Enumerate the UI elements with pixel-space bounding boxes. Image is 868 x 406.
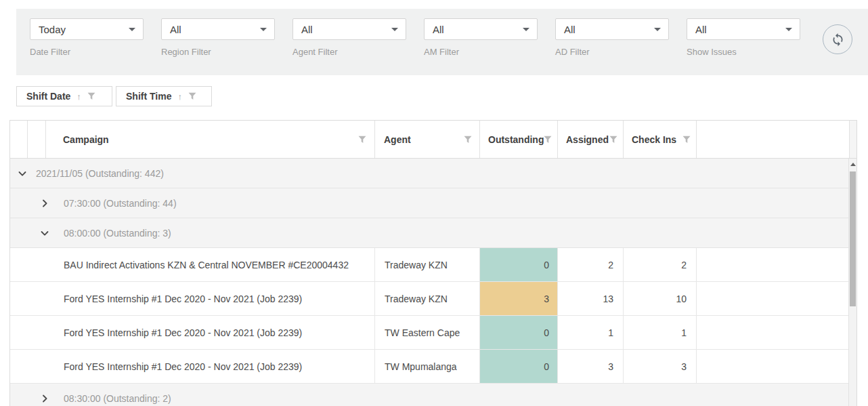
campaign-cell: BAU Indirect Activations KZN & Central N…	[10, 248, 375, 281]
filter-item: All Show Issues	[687, 18, 800, 57]
check-ins-cell: 2	[624, 248, 697, 281]
scrollbar-thumb[interactable]	[850, 171, 856, 306]
empty-cell	[697, 248, 848, 281]
scroll-up-icon[interactable]	[850, 163, 856, 166]
agent-cell: Tradeway KZN	[375, 282, 480, 315]
check-ins-cell: 10	[624, 282, 697, 315]
table-row: BAU Indirect Activations KZN & Central N…	[10, 248, 848, 282]
column-header-check-ins[interactable]: Check Ins	[624, 121, 697, 158]
group-row: 08:30:00 (Outstanding: 2)	[10, 384, 848, 406]
group-expand-column-header	[28, 121, 46, 158]
group-expand-column-header	[10, 121, 28, 158]
filter-item: All AD Filter	[555, 18, 669, 57]
group-label: 2021/11/05 (Outstanding: 442)	[36, 168, 164, 179]
assigned-cell: 2	[558, 248, 624, 281]
column-header-outstanding[interactable]: Outstanding	[480, 121, 558, 158]
table-row: Ford YES Internship #1 Dec 2020 - Nov 20…	[10, 282, 848, 316]
empty-cell	[697, 316, 848, 349]
filter-funnel-icon[interactable]	[682, 136, 691, 144]
outstanding-cell: 3	[480, 282, 558, 315]
filter-funnel-icon[interactable]	[464, 136, 472, 144]
chevron-down-icon	[260, 28, 267, 31]
chevron-down-icon	[785, 28, 792, 31]
filter-item: All Region Filter	[161, 18, 275, 57]
ad-filter-dropdown[interactable]: All	[555, 18, 669, 40]
agent-cell: TW Mpumalanga	[375, 350, 480, 383]
group-chip-shift-date[interactable]: Shift Date ↑	[16, 86, 112, 106]
group-label: 08:00:00 (Outstanding: 3)	[64, 228, 171, 239]
expand-group-icon[interactable]	[39, 198, 50, 209]
filter-label: Region Filter	[161, 47, 275, 57]
empty-cell	[697, 282, 848, 315]
chevron-down-icon	[523, 28, 529, 31]
column-header-campaign[interactable]: Campaign	[46, 121, 375, 158]
group-row: 2021/11/05 (Outstanding: 442)	[10, 159, 848, 188]
check-ins-cell: 1	[624, 316, 697, 349]
date-filter-dropdown[interactable]: Today	[30, 18, 144, 40]
filter-label: AM Filter	[424, 47, 538, 57]
sort-ascending-icon[interactable]: ↑	[77, 92, 81, 102]
scrollbar-gutter	[849, 121, 856, 158]
filter-funnel-icon[interactable]	[358, 136, 366, 144]
filter-item: All AM Filter	[424, 18, 538, 57]
chevron-down-icon	[654, 28, 661, 31]
campaign-cell: Ford YES Internship #1 Dec 2020 - Nov 20…	[10, 282, 375, 315]
grid-body: 2021/11/05 (Outstanding: 442) 07:30:00 (…	[10, 159, 848, 406]
filter-funnel-icon[interactable]	[87, 92, 95, 100]
vertical-scrollbar[interactable]	[848, 159, 856, 406]
collapse-group-icon[interactable]	[39, 228, 50, 239]
filter-item: All Agent Filter	[292, 18, 406, 57]
expand-group-icon[interactable]	[39, 393, 50, 404]
grid-header: Campaign Agent Outstanding Assigned Chec…	[10, 121, 856, 159]
agent-cell: Tradeway KZN	[375, 248, 480, 281]
sync-icon	[831, 33, 845, 47]
filter-label: Show Issues	[687, 47, 800, 57]
group-label: 07:30:00 (Outstanding: 44)	[64, 198, 177, 209]
group-chip-shift-time[interactable]: Shift Time ↑	[116, 86, 212, 106]
empty-cell	[697, 350, 848, 383]
agent-filter-dropdown[interactable]: All	[292, 18, 406, 40]
data-grid: Campaign Agent Outstanding Assigned Chec…	[9, 120, 857, 406]
filter-label: Agent Filter	[292, 47, 406, 57]
refresh-button[interactable]	[823, 24, 852, 54]
table-row: Ford YES Internship #1 Dec 2020 - Nov 20…	[10, 350, 848, 384]
empty-column-header	[697, 121, 849, 158]
group-row: 07:30:00 (Outstanding: 44)	[10, 188, 848, 218]
column-header-agent[interactable]: Agent	[375, 121, 480, 158]
sort-ascending-icon[interactable]: ↑	[177, 92, 182, 102]
filter-item: Today Date Filter	[30, 18, 144, 57]
region-filter-dropdown[interactable]: All	[161, 18, 275, 40]
filter-bar: Today Date Filter All Region Filter All …	[16, 9, 868, 75]
assigned-cell: 3	[558, 350, 624, 383]
group-label: 08:30:00 (Outstanding: 2)	[64, 393, 171, 404]
table-row: Ford YES Internship #1 Dec 2020 - Nov 20…	[10, 316, 848, 350]
am-filter-dropdown[interactable]: All	[424, 18, 538, 40]
collapse-group-icon[interactable]	[17, 168, 28, 179]
filter-label: Date Filter	[30, 47, 144, 57]
filter-funnel-icon[interactable]	[609, 136, 617, 144]
group-by-bar: Shift Date ↑ Shift Time ↑	[16, 86, 212, 106]
campaign-cell: Ford YES Internship #1 Dec 2020 - Nov 20…	[10, 350, 375, 383]
filter-label: AD Filter	[555, 47, 669, 57]
campaign-cell: Ford YES Internship #1 Dec 2020 - Nov 20…	[10, 316, 375, 349]
check-ins-cell: 3	[624, 350, 697, 383]
chevron-down-icon	[129, 28, 135, 31]
filter-funnel-icon[interactable]	[188, 92, 196, 100]
filter-funnel-icon[interactable]	[544, 136, 552, 144]
outstanding-cell: 0	[480, 316, 558, 349]
outstanding-cell: 0	[480, 350, 558, 383]
outstanding-cell: 0	[480, 248, 558, 281]
group-row: 08:00:00 (Outstanding: 3)	[10, 218, 848, 248]
assigned-cell: 1	[558, 316, 624, 349]
agent-cell: TW Eastern Cape	[375, 316, 480, 349]
column-header-assigned[interactable]: Assigned	[558, 121, 624, 158]
assigned-cell: 13	[558, 282, 624, 315]
show-issues-filter-dropdown[interactable]: All	[687, 18, 800, 40]
chevron-down-icon	[391, 28, 398, 31]
